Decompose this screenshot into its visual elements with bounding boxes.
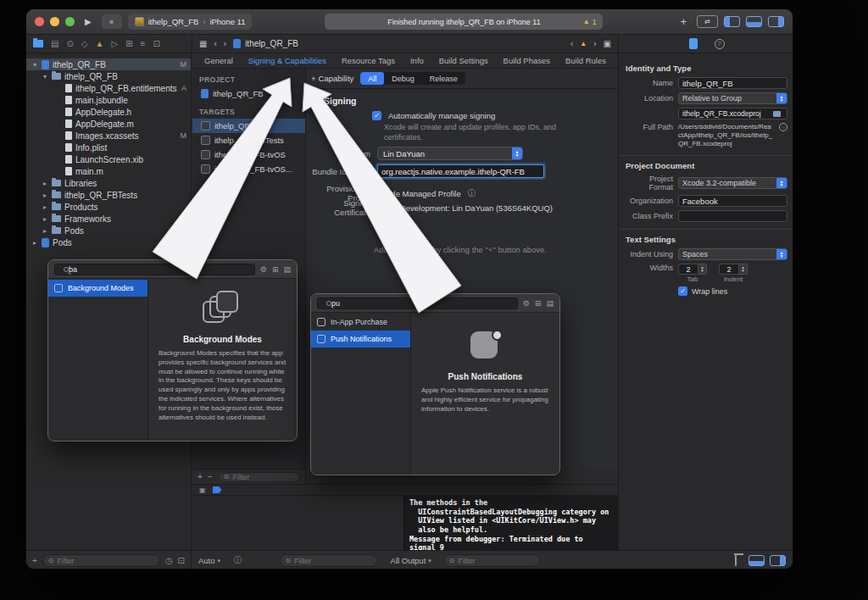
variables-info-icon[interactable]: ⓘ xyxy=(234,555,242,566)
gear-icon[interactable]: ⚙ xyxy=(523,299,530,308)
issue-navigator-icon[interactable]: ▲ xyxy=(96,39,104,48)
grid-view-icon[interactable]: ⊞ xyxy=(272,265,279,274)
grid-view-icon[interactable]: ⊞ xyxy=(535,299,542,308)
scheme-selector[interactable]: ithelp_QR_FB › iPhone 11 xyxy=(128,14,253,30)
tree-row-folder[interactable]: ▸ Pods xyxy=(26,225,191,236)
toggle-navigator-button[interactable] xyxy=(724,16,740,27)
capability-item-push-notifications[interactable]: Push Notifications xyxy=(311,331,410,347)
console-output-dropdown[interactable]: All Output ▾ xyxy=(391,556,431,565)
console-filter-input[interactable] xyxy=(459,557,535,565)
tree-row-folder[interactable]: ▸ Frameworks xyxy=(26,213,191,225)
tree-row-file[interactable]: Images.xcassets M xyxy=(26,130,191,142)
auto-variables-dropdown[interactable]: Auto ▾ xyxy=(198,556,220,565)
segment-all[interactable]: All xyxy=(360,72,384,85)
add-capability-button[interactable]: + Capability xyxy=(311,74,353,83)
class-prefix-field[interactable] xyxy=(678,210,787,222)
disclosure-closed-icon[interactable]: ▸ xyxy=(31,239,38,247)
target-row[interactable]: ithelp_QR_FBTests xyxy=(192,133,305,147)
find-navigator-icon[interactable]: ◇ xyxy=(81,39,88,48)
tab-signing-capabilities[interactable]: Signing & Capabilities xyxy=(248,56,326,65)
tree-row-folder[interactable]: ▸ Products xyxy=(26,201,191,213)
capability-item-in-app-purchase[interactable]: In-App Purchase xyxy=(311,314,410,331)
stop-button[interactable]: ■ xyxy=(102,14,122,29)
toggle-debug-area-button[interactable] xyxy=(746,16,762,27)
recent-files-icon[interactable]: ◷ xyxy=(165,556,173,565)
tree-row-file[interactable]: main.jsbundle xyxy=(26,94,191,106)
source-control-status-icon[interactable]: ⊡ xyxy=(178,556,185,565)
project-file-field[interactable]: ithelp_QR_FB.xcodeproj xyxy=(678,108,787,119)
remove-target-button[interactable]: − xyxy=(208,472,213,481)
tree-row-pods-project[interactable]: ▸ Pods xyxy=(26,236,191,248)
breakpoint-navigator-icon[interactable]: ≡ xyxy=(141,39,146,48)
segment-debug[interactable]: Debug xyxy=(384,72,422,85)
indent-width-stepper[interactable]: 2 ▲▼ xyxy=(719,264,748,275)
info-icon[interactable]: ⓘ xyxy=(468,188,476,199)
folder-icon[interactable] xyxy=(773,111,781,117)
tree-row-file[interactable]: AppDelegate.m xyxy=(26,118,191,130)
project-row[interactable]: ithelp_QR_FB xyxy=(192,86,305,101)
team-dropdown[interactable]: Lin DaYuan ▲▼ xyxy=(377,147,523,160)
project-navigator-icon[interactable] xyxy=(33,40,43,47)
location-dropdown[interactable]: Relative to Group ▲▼ xyxy=(678,92,787,104)
quick-help-icon[interactable]: ? xyxy=(715,39,725,49)
variables-filter-field[interactable]: ⊙ xyxy=(280,554,377,567)
capability-item-background-modes[interactable]: Background Modes xyxy=(48,280,147,297)
file-inspector-icon[interactable] xyxy=(689,38,698,49)
test-navigator-icon[interactable]: ▷ xyxy=(111,39,118,48)
back-button[interactable]: ‹ xyxy=(214,39,216,48)
signing-section-header[interactable]: ▾ Signing xyxy=(316,96,357,106)
source-control-navigator-icon[interactable]: ▤ xyxy=(51,39,58,48)
tab-build-phases[interactable]: Build Phases xyxy=(504,56,550,65)
tab-build-rules[interactable]: Build Rules xyxy=(565,56,606,65)
tab-width-stepper[interactable]: 2 ▲▼ xyxy=(678,264,707,275)
targets-filter-input[interactable] xyxy=(232,473,294,481)
add-editor-button[interactable]: + xyxy=(676,15,691,29)
indent-using-dropdown[interactable]: Spaces ▲▼ xyxy=(678,248,787,260)
add-target-button[interactable]: + xyxy=(198,472,203,481)
jumpbar-item[interactable]: ithelp_QR_FB xyxy=(233,39,298,48)
segment-release[interactable]: Release xyxy=(422,72,465,85)
editor-arrows-icon[interactable]: ⇄ xyxy=(697,15,718,28)
debug-navigator-icon[interactable]: ⊞ xyxy=(125,39,132,48)
project-format-dropdown[interactable]: Xcode 3.2-compatible ▲▼ xyxy=(678,177,787,189)
target-row[interactable]: ithelp_QR_FB xyxy=(192,119,305,133)
tree-row-folder[interactable]: ▸ ithelp_QR_FBTests xyxy=(26,189,191,201)
capability-search-input[interactable] xyxy=(54,264,255,275)
report-navigator-icon[interactable]: ⊡ xyxy=(153,39,159,48)
disclosure-closed-icon[interactable]: ▸ xyxy=(42,227,48,235)
target-row[interactable]: ithelp_QR_FB-tvOS... xyxy=(192,162,305,176)
minimize-window-button[interactable] xyxy=(50,17,59,26)
tab-general[interactable]: General xyxy=(204,56,233,65)
navigator-filter-input[interactable] xyxy=(58,557,154,565)
capability-search-input[interactable] xyxy=(317,297,518,309)
list-view-icon[interactable]: ▤ xyxy=(283,265,291,274)
disclosure-closed-icon[interactable]: ▸ xyxy=(42,215,48,223)
tree-row-file[interactable]: Info.plist xyxy=(26,142,191,153)
tab-resource-tags[interactable]: Resource Tags xyxy=(342,56,395,65)
editor-grid-icon[interactable]: ▦ xyxy=(199,39,207,48)
variables-filter-input[interactable] xyxy=(294,557,370,565)
tab-info[interactable]: Info xyxy=(410,56,424,65)
tree-row-folder[interactable]: ▸ Libraries xyxy=(26,177,191,189)
zoom-window-button[interactable] xyxy=(65,17,75,26)
editor-options-icon[interactable]: ▣ xyxy=(604,39,611,48)
targets-filter-field[interactable]: ⊙ xyxy=(218,472,300,482)
navigator-filter-field[interactable]: ⊙ xyxy=(42,554,160,567)
tree-row-file[interactable]: ithelp_QR_FB.entitlements A xyxy=(26,82,191,94)
gear-icon[interactable]: ⚙ xyxy=(260,265,267,274)
tree-row-file[interactable]: main.m xyxy=(26,165,191,177)
toggle-console-view-button[interactable] xyxy=(770,555,786,566)
tab-build-settings[interactable]: Build Settings xyxy=(439,56,488,65)
tree-row-project-root[interactable]: ▾ ithelp_QR_FB M xyxy=(26,58,191,70)
toggle-variables-view-button[interactable] xyxy=(748,555,765,566)
tree-row-folder[interactable]: ▾ ithelp_QR_FB xyxy=(26,70,191,82)
breakpoint-arrow-icon[interactable] xyxy=(213,486,222,493)
goto-arrow-icon[interactable]: → xyxy=(779,123,787,131)
organization-field[interactable]: Facebook xyxy=(678,195,787,207)
add-file-button[interactable]: + xyxy=(32,556,37,565)
debug-toggle-icon[interactable]: ▣ xyxy=(199,486,206,494)
auto-signing-checkbox[interactable]: ✓ xyxy=(372,111,381,120)
run-button[interactable]: ▶ xyxy=(81,15,96,29)
tree-row-file[interactable]: LaunchScreen.xib xyxy=(26,153,191,165)
disclosure-closed-icon[interactable]: ▸ xyxy=(42,180,48,187)
